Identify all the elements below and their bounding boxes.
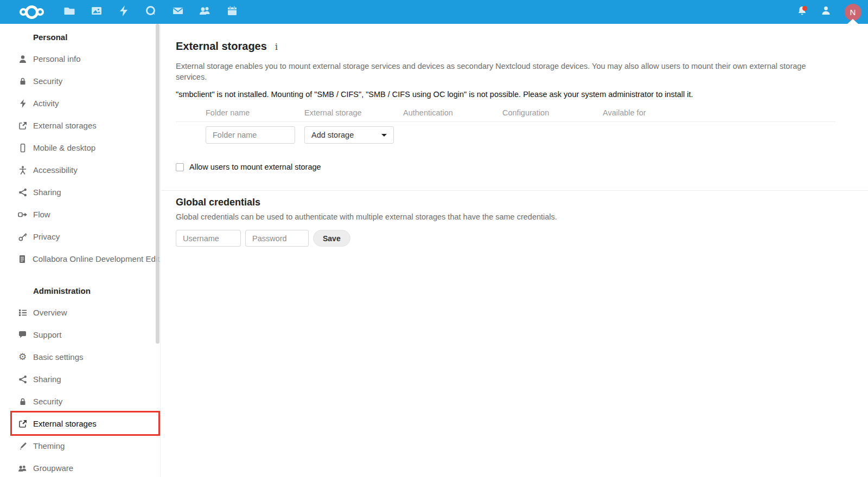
row-spacer xyxy=(176,126,206,144)
allow-mount-checkbox-label: Allow users to mount external storage xyxy=(189,163,321,171)
sidebar-item-external-storages-admin[interactable]: External storages xyxy=(0,412,160,435)
sidebar-item-overview[interactable]: Overview xyxy=(0,301,160,324)
person-icon xyxy=(821,6,831,18)
global-credentials-title: Global credentials xyxy=(176,197,835,208)
save-button[interactable]: Save xyxy=(313,230,350,247)
calendar-app-button[interactable] xyxy=(219,0,246,24)
sidebar-item-label: Security xyxy=(33,76,62,86)
sidebar-item-privacy[interactable]: Privacy xyxy=(0,225,160,248)
page-title: External storages i xyxy=(176,40,835,53)
logo-circle-center xyxy=(25,5,39,19)
external-link-icon xyxy=(18,419,27,428)
user-menu-button[interactable]: N xyxy=(838,0,868,24)
sidebar-caption-personal: Personal xyxy=(0,26,160,48)
sidebar-item-label: External storages xyxy=(33,419,97,428)
contacts-menu-button[interactable] xyxy=(814,0,838,24)
column-header-authentication: Authentication xyxy=(403,108,502,117)
contacts-app-button[interactable] xyxy=(192,0,219,24)
global-credentials-form: Save xyxy=(176,230,835,247)
add-storage-select[interactable]: Add storage xyxy=(304,126,394,144)
sidebar-item-label: Privacy xyxy=(33,232,60,241)
external-storages-table: Folder name External storage Authenticat… xyxy=(176,108,835,148)
lock-icon xyxy=(18,397,27,406)
sidebar-item-label: Collabora Online Development Edit... xyxy=(33,254,161,263)
avatar: N xyxy=(845,4,861,21)
settings-sidebar: Personal Personal info Security Activity… xyxy=(0,24,161,477)
gear-icon: ⚙ xyxy=(18,352,27,362)
sidebar-item-label: Sharing xyxy=(33,375,61,384)
sidebar-item-label: Basic settings xyxy=(33,352,84,362)
sidebar-item-collabora[interactable]: Collabora Online Development Edit... xyxy=(0,248,160,270)
table-header-spacer xyxy=(176,108,206,117)
sidebar-item-external-storages-personal[interactable]: External storages xyxy=(0,114,160,137)
column-header-external-storage: External storage xyxy=(304,108,403,117)
phone-icon xyxy=(18,143,27,152)
notification-badge xyxy=(802,6,807,11)
sidebar-item-sharing-personal[interactable]: Sharing xyxy=(0,181,160,203)
sidebar-item-flow[interactable]: Flow xyxy=(0,203,160,225)
sidebar-section-gap xyxy=(0,270,160,280)
nextcloud-logo[interactable] xyxy=(20,5,44,19)
photos-app-button[interactable] xyxy=(83,0,110,24)
sidebar-item-activity[interactable]: Activity xyxy=(0,92,160,114)
activity-app-button[interactable] xyxy=(110,0,137,24)
add-storage-row: Add storage xyxy=(176,122,835,148)
username-field[interactable] xyxy=(176,230,241,247)
sidebar-item-basic-settings[interactable]: ⚙ Basic settings xyxy=(0,346,160,368)
sidebar-item-label: Security xyxy=(33,397,62,406)
sidebar-item-label: Groupware xyxy=(33,463,73,473)
mail-icon xyxy=(173,5,183,18)
files-icon xyxy=(64,5,75,18)
sidebar-item-label: Activity xyxy=(33,99,59,108)
header-right-actions: N xyxy=(790,0,868,24)
sidebar-item-theming[interactable]: Theming xyxy=(0,435,160,457)
app-navigation xyxy=(56,0,246,24)
sidebar-item-sharing-admin[interactable]: Sharing xyxy=(0,368,160,390)
notifications-button[interactable] xyxy=(790,0,814,24)
sidebar-item-label: Support xyxy=(33,330,62,339)
accessibility-icon xyxy=(18,165,27,175)
main-content: External storages i External storage ena… xyxy=(161,24,868,477)
files-app-button[interactable] xyxy=(56,0,83,24)
sidebar-item-security-personal[interactable]: Security xyxy=(0,70,160,92)
sidebar-scrollbar[interactable] xyxy=(156,24,159,344)
sidebar-item-label: Flow xyxy=(33,210,50,219)
group-icon xyxy=(18,463,27,473)
share-icon xyxy=(18,188,27,197)
sidebar-item-groupware[interactable]: Groupware xyxy=(0,457,160,477)
talk-app-button[interactable] xyxy=(137,0,164,24)
allow-mount-checkbox-row[interactable]: Allow users to mount external storage xyxy=(176,163,835,171)
sidebar-item-support[interactable]: Support xyxy=(0,324,160,346)
column-header-folder-name: Folder name xyxy=(206,108,304,117)
share-icon xyxy=(18,375,27,384)
allow-mount-checkbox[interactable] xyxy=(176,163,184,171)
sidebar-item-label: Overview xyxy=(33,308,67,317)
info-icon[interactable]: i xyxy=(275,41,278,52)
external-storage-description: External storage enables you to mount ex… xyxy=(176,61,835,82)
password-field[interactable] xyxy=(245,230,309,247)
sidebar-caption-administration: Administration xyxy=(0,280,160,301)
contacts-icon xyxy=(199,5,211,18)
sidebar-item-accessibility[interactable]: Accessibility xyxy=(0,159,160,181)
column-header-configuration: Configuration xyxy=(502,108,603,117)
sidebar-item-label: Mobile & desktop xyxy=(33,143,95,152)
sidebar-item-label: Theming xyxy=(33,441,65,450)
bolt-icon xyxy=(18,99,27,108)
folder-name-input[interactable] xyxy=(206,126,295,144)
sidebar-item-mobile-desktop[interactable]: Mobile & desktop xyxy=(0,137,160,159)
sidebar-item-personal-info[interactable]: Personal info xyxy=(0,48,160,70)
sidebar-item-security-admin[interactable]: Security xyxy=(0,390,160,412)
sidebar-item-label: Sharing xyxy=(33,188,61,197)
photos-icon xyxy=(91,5,102,18)
mail-app-button[interactable] xyxy=(164,0,192,24)
active-menu-pointer xyxy=(847,19,858,24)
smbclient-warning: "smbclient" is not installed. Mounting o… xyxy=(176,89,835,100)
add-storage-select-label: Add storage xyxy=(311,131,354,139)
table-header-row: Folder name External storage Authenticat… xyxy=(176,108,835,122)
activity-icon xyxy=(119,5,129,18)
calendar-icon xyxy=(227,5,238,18)
sidebar-item-label: Accessibility xyxy=(33,165,78,175)
document-icon xyxy=(18,254,27,263)
page-title-text: External storages xyxy=(176,40,267,53)
section-divider xyxy=(161,190,868,191)
